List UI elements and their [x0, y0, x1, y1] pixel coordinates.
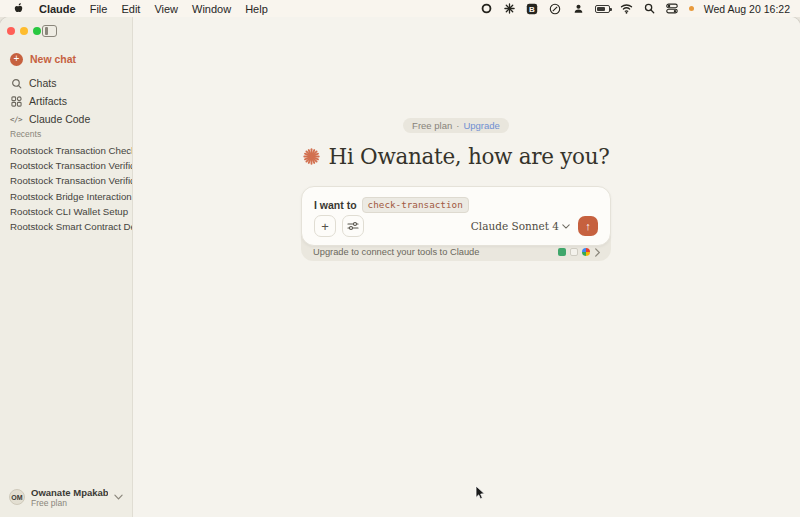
upgrade-link[interactable]: Upgrade: [463, 120, 499, 131]
greeting-title: Hi Owanate, how are you?: [329, 144, 610, 169]
recent-chat-item[interactable]: Rootstock Smart Contract Deploy...: [0, 219, 132, 234]
plan-badge-separator: ·: [456, 120, 459, 131]
message-input[interactable]: I want to check-transaction: [314, 197, 598, 213]
search-icon[interactable]: [643, 2, 656, 15]
main-content: Free plan · Upgrade Hi Owanate, how are …: [133, 17, 800, 517]
greeting-row: Hi Owanate, how are you?: [201, 144, 711, 169]
user-plan-label: Free plan: [31, 498, 108, 508]
sidebar-toggle-icon[interactable]: [42, 25, 57, 37]
recents-header: Recents: [10, 129, 41, 139]
attach-button[interactable]: +: [314, 215, 336, 237]
chats-icon: [10, 77, 22, 89]
code-icon: </>: [10, 113, 22, 125]
user-icon[interactable]: [572, 2, 585, 15]
sidebar-item-label: Claude Code: [29, 113, 90, 125]
composer: Upgrade to connect your tools to Claude …: [301, 186, 611, 246]
wifi-icon[interactable]: [620, 2, 633, 15]
b-app-icon[interactable]: B: [526, 2, 539, 15]
chevron-right-icon: [594, 248, 601, 257]
menu-window[interactable]: Window: [192, 3, 231, 15]
menubar-app-name[interactable]: Claude: [39, 3, 76, 15]
model-name: Claude Sonnet 4: [471, 220, 559, 232]
recent-chat-item[interactable]: Rootstock Transaction Check: [0, 143, 132, 158]
send-arrow-icon: ↑: [585, 220, 591, 232]
chevron-down-icon: [114, 494, 123, 500]
window-controls: [7, 27, 41, 35]
battery-icon[interactable]: [595, 5, 610, 13]
tool-app-icon-1: [558, 248, 566, 256]
artifacts-icon: [10, 95, 22, 107]
tool-app-icon-3: [582, 248, 590, 256]
svg-text:B: B: [529, 5, 535, 14]
zoom-window-button[interactable]: [33, 27, 41, 35]
menu-help[interactable]: Help: [245, 3, 268, 15]
sliders-icon: [347, 221, 359, 231]
sidebar-item-label: Chats: [29, 77, 56, 89]
sidebar-item-label: Artifacts: [29, 95, 67, 107]
plan-badge: Free plan · Upgrade: [403, 118, 509, 133]
avatar: OM: [9, 489, 25, 505]
tools-settings-button[interactable]: [342, 215, 364, 237]
tools-banner-label: Upgrade to connect your tools to Claude: [313, 247, 479, 257]
minimize-window-button[interactable]: [20, 27, 28, 35]
recent-chat-item[interactable]: Rootstock Transaction Verification: [0, 173, 132, 188]
paperclip-icon[interactable]: [549, 2, 562, 15]
new-chat-label: New chat: [30, 53, 76, 65]
recent-chat-item[interactable]: Rootstock CLI Wallet Setup: [0, 204, 132, 219]
new-chat-plus-icon: +: [10, 53, 23, 66]
close-window-button[interactable]: [7, 27, 15, 35]
send-button[interactable]: ↑: [578, 216, 598, 236]
code-token: check-transaction: [362, 197, 469, 213]
record-icon[interactable]: [480, 2, 493, 15]
menu-file[interactable]: File: [90, 3, 108, 15]
recent-chat-item[interactable]: Rootstock Bridge Interaction: [0, 189, 132, 204]
model-selector[interactable]: Claude Sonnet 4: [471, 220, 570, 232]
sidebar-nav: + New chat Chats Artifacts </>: [0, 50, 132, 128]
recents-list: Rootstock Transaction Check Rootstock Tr…: [0, 143, 132, 234]
tool-app-icon-2: [570, 248, 578, 256]
prompt-text: I want to: [314, 199, 357, 211]
desktop-screen: Claude File Edit View Window Help B: [0, 0, 800, 517]
sidebar-item-chats[interactable]: Chats: [0, 74, 132, 92]
sidebar: + New chat Chats Artifacts </>: [0, 17, 133, 517]
menubar-clock[interactable]: Wed Aug 20 16:22: [704, 3, 790, 15]
user-name: Owanate Mpakaboari A...: [31, 487, 108, 498]
menu-view[interactable]: View: [154, 3, 178, 15]
user-account-menu[interactable]: OM Owanate Mpakaboari A... Free plan: [4, 483, 128, 511]
claude-starburst-icon: [303, 148, 320, 165]
plan-badge-plan: Free plan: [412, 120, 452, 131]
macos-menu-bar: Claude File Edit View Window Help B: [0, 0, 800, 17]
new-chat-button[interactable]: + New chat: [0, 50, 132, 68]
claude-app-window: + New chat Chats Artifacts </>: [0, 17, 800, 517]
sidebar-item-claude-code[interactable]: </> Claude Code: [0, 110, 132, 128]
claude-menubar-icon[interactable]: [503, 2, 516, 15]
chevron-down-icon: [562, 224, 570, 229]
message-input-card[interactable]: I want to check-transaction + Claude Son…: [301, 186, 611, 246]
sidebar-item-artifacts[interactable]: Artifacts: [0, 92, 132, 110]
plan-badge-row: Free plan · Upgrade: [301, 118, 611, 133]
mouse-cursor: [475, 485, 486, 505]
notification-dot-icon: [689, 6, 694, 11]
control-center-icon[interactable]: [666, 2, 679, 15]
apple-logo-icon[interactable]: [12, 2, 25, 15]
menu-edit[interactable]: Edit: [121, 3, 140, 15]
recent-chat-item[interactable]: Rootstock Transaction Verification: [0, 158, 132, 173]
plus-icon: +: [321, 220, 329, 233]
